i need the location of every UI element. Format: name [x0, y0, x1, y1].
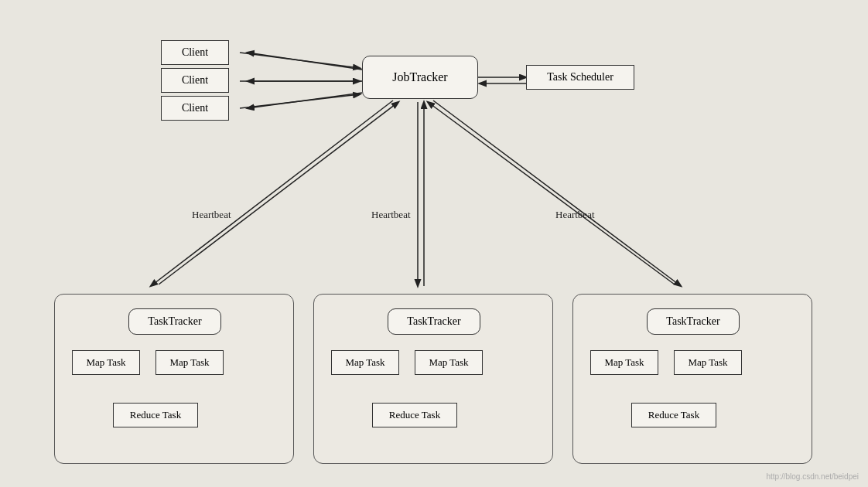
- left-tasktracker-box: TaskTracker: [128, 308, 221, 335]
- svg-line-1: [240, 53, 360, 68]
- left-maptask1-box: Map Task: [72, 350, 140, 375]
- center-reducetask-label: Reduce Task: [389, 409, 440, 421]
- client-2-label: Client: [182, 74, 208, 87]
- watermark: http://blog.csdn.net/beidpei: [766, 472, 859, 481]
- client-1-box: Client: [161, 40, 229, 65]
- svg-line-12: [433, 100, 681, 286]
- left-maptask1-label: Map Task: [86, 356, 125, 369]
- client-3-box: Client: [161, 96, 229, 121]
- right-tasktracker-label: TaskTracker: [666, 315, 719, 328]
- right-maptask1-box: Map Task: [590, 350, 658, 375]
- left-reducetask-box: Reduce Task: [113, 403, 198, 427]
- jobtracker-label: JobTracker: [392, 70, 447, 84]
- diagram: Client Client Client JobTracker Task Sch…: [0, 0, 868, 487]
- right-reducetask-label: Reduce Task: [648, 409, 699, 421]
- right-tasktracker-box: TaskTracker: [647, 308, 740, 335]
- task-scheduler-label: Task Scheduler: [547, 71, 613, 83]
- left-maptask2-box: Map Task: [155, 350, 224, 375]
- center-tasktracker-box: TaskTracker: [388, 308, 480, 335]
- right-reducetask-box: Reduce Task: [631, 403, 716, 427]
- left-cluster: TaskTracker Map Task Map Task Reduce Tas…: [54, 294, 294, 464]
- left-tasktracker-label: TaskTracker: [148, 315, 201, 328]
- client-3-label: Client: [182, 102, 208, 114]
- heartbeat-label-1: Heartbeat: [192, 209, 231, 221]
- svg-line-5: [240, 94, 360, 108]
- center-maptask2-box: Map Task: [415, 350, 483, 375]
- client-2-box: Client: [161, 68, 229, 93]
- right-maptask1-label: Map Task: [604, 356, 644, 369]
- right-cluster: TaskTracker Map Task Map Task Reduce Tas…: [572, 294, 812, 464]
- center-maptask1-label: Map Task: [345, 356, 384, 369]
- heartbeat-label-3: Heartbeat: [555, 209, 595, 221]
- svg-line-4: [248, 93, 362, 108]
- center-reducetask-box: Reduce Task: [372, 403, 457, 427]
- svg-line-0: [248, 53, 362, 70]
- svg-line-8: [151, 100, 393, 286]
- jobtracker-box: JobTracker: [362, 56, 478, 99]
- center-maptask1-box: Map Task: [331, 350, 399, 375]
- svg-line-13: [428, 102, 675, 284]
- center-maptask2-label: Map Task: [429, 356, 468, 369]
- right-maptask2-label: Map Task: [688, 356, 727, 369]
- right-maptask2-box: Map Task: [674, 350, 742, 375]
- left-reducetask-label: Reduce Task: [130, 409, 181, 421]
- center-tasktracker-label: TaskTracker: [407, 315, 460, 328]
- task-scheduler-box: Task Scheduler: [526, 65, 634, 90]
- left-maptask2-label: Map Task: [169, 356, 209, 369]
- heartbeat-label-2: Heartbeat: [371, 209, 411, 221]
- client-1-label: Client: [182, 46, 208, 59]
- center-cluster: TaskTracker Map Task Map Task Reduce Tas…: [313, 294, 553, 464]
- svg-line-9: [159, 102, 398, 284]
